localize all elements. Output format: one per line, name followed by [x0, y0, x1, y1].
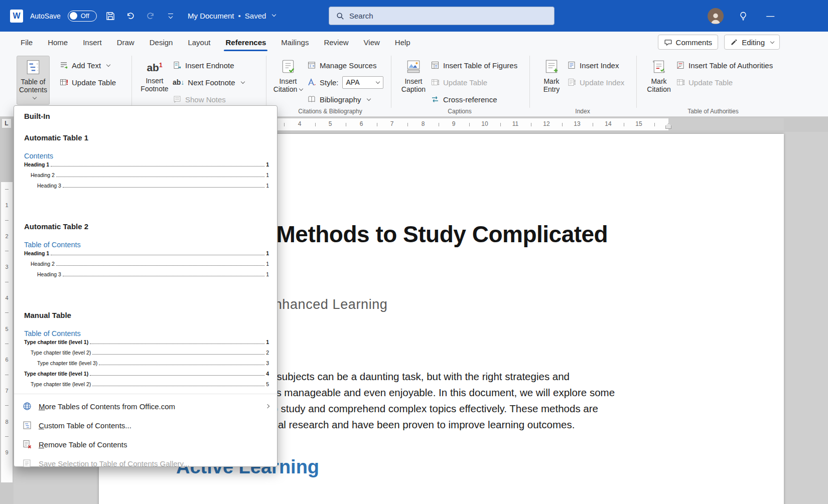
bibliography-button[interactable]: Bibliography	[307, 93, 370, 106]
insert-table-of-figures-label: Insert Table of Figures	[443, 61, 517, 70]
update-table-label: Update Table	[72, 78, 116, 87]
mark-citation-button[interactable]: Mark Citation	[642, 56, 675, 105]
chevron-down-icon	[32, 95, 36, 99]
menu-item-label: More Tables of Contents from Office.com	[39, 402, 175, 411]
toc-preview-entry: Type chapter title (level 2)2	[22, 350, 269, 360]
gallery-item-automatic-table-1[interactable]: Automatic Table 1 Contents Heading 11 He…	[22, 133, 269, 193]
insert-table-of-figures-button[interactable]: Insert Table of Figures	[431, 59, 517, 72]
manage-sources-button[interactable]: Manage Sources	[307, 59, 376, 72]
insert-endnote-icon	[173, 61, 182, 70]
tab-home[interactable]: Home	[40, 32, 75, 53]
mark-citation-label: Mark Citation	[642, 77, 675, 93]
insert-caption-icon	[405, 59, 422, 75]
ruler-number: 7	[389, 120, 395, 127]
minimize-button[interactable]: —	[763, 12, 778, 21]
group-divider	[266, 56, 266, 108]
insert-citation-button[interactable]: Insert Citation	[271, 56, 305, 105]
group-divider	[636, 56, 637, 108]
titlebar: W AutoSave Off My Document • Saved	[0, 0, 828, 32]
cross-reference-button[interactable]: Cross-reference	[431, 93, 497, 106]
ruler-number: 9	[5, 448, 8, 456]
document-title[interactable]: My Document • Saved	[188, 0, 275, 32]
word-logo-icon[interactable]: W	[10, 10, 23, 23]
update-table-toa-disabled-icon	[676, 78, 685, 87]
chevron-down-icon	[240, 79, 244, 83]
ruler-number: 4	[297, 120, 303, 127]
update-table-icon	[59, 78, 68, 87]
add-text-label: Add Text	[72, 61, 101, 70]
tab-review[interactable]: Review	[316, 32, 356, 53]
add-text-icon	[59, 61, 68, 70]
ruler-number: 11	[511, 120, 520, 127]
menu-item-remove-toc[interactable]: Remove Table of Contents	[14, 435, 277, 454]
style-select[interactable]: APA	[342, 76, 383, 89]
group-label-toa: Table of Authorities	[642, 108, 784, 115]
manage-sources-icon	[307, 61, 316, 70]
tab-stop-selector[interactable]: L	[2, 118, 12, 128]
tab-view[interactable]: View	[356, 32, 387, 53]
avatar[interactable]	[708, 8, 724, 24]
tab-draw[interactable]: Draw	[109, 32, 142, 53]
search-placeholder: Search	[349, 12, 373, 20]
globe-icon	[22, 401, 32, 411]
ruler-ticks	[5, 189, 9, 452]
search-input[interactable]: Search	[329, 7, 555, 25]
insert-caption-button[interactable]: Insert Caption	[397, 56, 430, 105]
save-gallery-icon	[22, 458, 32, 468]
ruler-number: 15	[634, 120, 643, 127]
search-icon	[336, 12, 344, 20]
ruler-number: 3	[5, 263, 8, 271]
gallery-item-name: Automatic Table 2	[22, 222, 269, 231]
menu-item-more-tables[interactable]: More Tables of Contents from Office.com	[14, 397, 277, 416]
autosave-label: AutoSave	[30, 12, 61, 20]
menu-item-save-selection: Save Selection to Table of Contents Gall…	[14, 454, 277, 473]
tab-layout[interactable]: Layout	[180, 32, 218, 53]
update-table-button[interactable]: Update Table	[59, 76, 116, 89]
style-label: Style:	[320, 78, 339, 87]
undo-icon[interactable]	[124, 10, 137, 23]
gallery-item-automatic-table-2[interactable]: Automatic Table 2 Table of Contents Head…	[22, 222, 269, 282]
bibliography-icon	[307, 95, 316, 104]
save-icon[interactable]	[104, 10, 117, 23]
gallery-item-manual-table[interactable]: Manual Table Table of Contents Type chap…	[22, 311, 269, 391]
group-label-citations: Citations & Bibliography	[271, 108, 389, 115]
insert-footnote-button[interactable]: ab1 Insert Footnote	[136, 56, 173, 105]
toc-preview-entry: Type chapter title (level 1)1	[22, 339, 269, 350]
group-label-index: Index	[535, 108, 630, 115]
tab-insert[interactable]: Insert	[75, 32, 109, 53]
insert-index-button[interactable]: Insert Index	[567, 59, 619, 72]
editing-button[interactable]: Editing	[724, 35, 780, 50]
table-of-contents-button[interactable]: Table of Contents	[17, 56, 50, 105]
show-notes-label: Show Notes	[185, 95, 226, 104]
bibliography-label: Bibliography	[320, 95, 361, 104]
pen-icon	[730, 38, 738, 46]
next-footnote-button[interactable]: ab↓ Next Footnote	[173, 76, 244, 89]
tab-help[interactable]: Help	[387, 32, 418, 53]
insert-endnote-button[interactable]: Insert Endnote	[173, 59, 234, 72]
chevron-down-icon	[366, 96, 370, 100]
autosave-toggle[interactable]: Off	[68, 11, 97, 22]
next-footnote-icon: ab↓	[173, 78, 184, 86]
update-index-label: Update Index	[580, 78, 624, 87]
mark-entry-button[interactable]: Mark Entry	[535, 56, 568, 105]
ruler-number: 12	[541, 120, 551, 127]
tab-mailings[interactable]: Mailings	[273, 32, 316, 53]
chevron-down-icon	[375, 80, 379, 84]
ruler-number: 5	[327, 120, 334, 127]
vertical-ruler[interactable]: 1 2 3 4 5 6 7 8 9	[0, 132, 14, 504]
comments-button[interactable]: Comments	[658, 35, 719, 50]
menu-section-header: Built-In	[22, 112, 269, 120]
redo-icon	[144, 10, 157, 23]
remove-toc-icon	[22, 439, 32, 449]
tab-file[interactable]: File	[13, 32, 40, 53]
lightbulb-icon[interactable]	[737, 10, 750, 23]
customize-quick-access-icon[interactable]	[164, 10, 177, 23]
comments-label: Comments	[676, 38, 713, 47]
insert-caption-label: Insert Caption	[397, 77, 430, 93]
toc-preview-entry: Heading 21	[22, 261, 269, 271]
menu-item-custom-toc[interactable]: Custom Table of Contents...	[14, 416, 277, 435]
insert-table-of-authorities-button[interactable]: Insert Table of Authorities	[676, 59, 773, 72]
tab-design[interactable]: Design	[142, 32, 181, 53]
tab-references[interactable]: References	[218, 32, 273, 53]
add-text-button[interactable]: Add Text	[59, 59, 110, 72]
